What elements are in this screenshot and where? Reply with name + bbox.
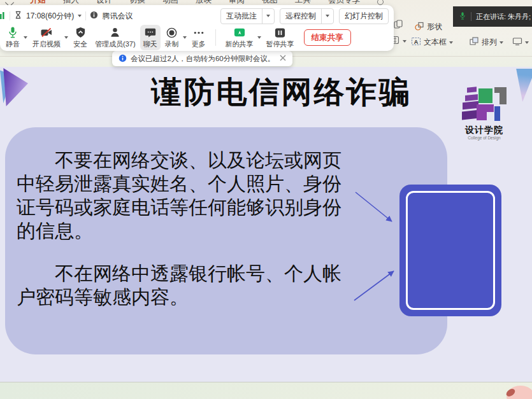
textbox-button[interactable]: A 文本框 (411, 36, 453, 48)
chevron-down-icon[interactable] (257, 25, 262, 50)
meeting-duration: 17:08(60分钟) (26, 11, 74, 22)
pause-share-button[interactable]: 暂停共享 (263, 25, 298, 50)
svg-text:A: A (414, 39, 419, 45)
members-icon (109, 26, 121, 39)
monitor-icon (512, 36, 522, 48)
speaking-banner: 正在讲话: 朱丹丹; (453, 6, 532, 27)
divider (471, 12, 471, 21)
info-icon[interactable] (90, 11, 98, 21)
record-button[interactable]: 录制 (162, 25, 182, 50)
button-label: 管理成员(37) (95, 39, 136, 49)
chevron-down-icon[interactable] (23, 25, 28, 50)
button-label: 新的共享 (226, 39, 254, 49)
screen: 开始插入设计切换动画放映审阅视图工具会员专享 形状 A 文本框 排列 (0, 0, 532, 399)
slide-body-text: 不要在网络交谈、以及论坛或网页中轻易泄露真实姓名、个人照片、身份证号码或家庭电话… (17, 148, 343, 309)
button-label: 更多 (192, 39, 206, 49)
logo-subtitle: College of Design (457, 136, 511, 140)
slide-control-label: 幻灯片控制 (340, 9, 388, 24)
arrange-label: 排列 (482, 37, 497, 48)
hourglass-icon (14, 11, 22, 21)
chevron-down-icon[interactable] (64, 25, 69, 50)
button-label: 暂停共享 (266, 39, 294, 49)
college-logo: 设计学院 College of Design (459, 84, 512, 148)
arrange-button[interactable]: 排列 (469, 36, 503, 48)
image-placeholder-card (399, 185, 501, 316)
share-screen-icon (233, 26, 246, 39)
record-icon (166, 26, 178, 39)
members-button[interactable]: 管理成员(37) (92, 25, 139, 50)
annotation-button[interactable]: 互动批注 (220, 8, 275, 24)
chevron-down-icon[interactable] (182, 25, 187, 50)
end-share-button[interactable]: 结束共享 (304, 29, 351, 46)
arrange-icon (469, 36, 479, 48)
button-label: 开启视频 (32, 39, 61, 49)
microphone-icon (7, 26, 18, 39)
network-signal-icon (0, 11, 6, 22)
toolbar-buttons: 静音开启视频安全管理成员(37)聊天录制更多新的共享暂停共享结束共享 (3, 25, 391, 50)
slide-control-button[interactable]: 幻灯片控制 (339, 8, 389, 24)
format-painter-button[interactable] (393, 19, 403, 31)
remote-control-button[interactable]: 远程控制 (280, 8, 334, 24)
slide-title: 谨防电信网络诈骗 (0, 72, 532, 113)
info-blue-icon (119, 54, 127, 64)
chevron-down-icon[interactable] (321, 9, 333, 24)
search-icon[interactable] (377, 0, 384, 5)
shapes-label: 形状 (427, 22, 442, 32)
paragraph-1: 不要在网络交谈、以及论坛或网页中轻易泄露真实姓名、个人照片、身份证号码或家庭电话… (17, 148, 343, 242)
camera-off-icon (40, 26, 53, 39)
annotation-label: 互动批注 (221, 9, 262, 24)
chevron-down-icon (500, 41, 503, 44)
divider (10, 11, 10, 20)
meeting-notification: 会议已超过2人，自动转为60分钟限时会议。 (112, 51, 292, 66)
shield-button[interactable]: 安全 (70, 25, 90, 50)
copy-style-icon (393, 19, 403, 31)
app-name: 腾讯会议 (102, 11, 133, 22)
more-button[interactable]: 更多 (189, 25, 209, 50)
slide-show-button[interactable] (512, 36, 529, 48)
divider (215, 29, 216, 46)
logo-title: 设计学院 (457, 125, 511, 136)
paragraph-2: 不在网络中透露银行帐号、个人帐户密码等敏感内容。 (17, 262, 343, 309)
chevron-down-icon[interactable] (78, 15, 82, 17)
desktop-strip (0, 382, 532, 399)
close-icon[interactable] (280, 55, 286, 62)
chat-icon (144, 26, 157, 39)
microphone-icon (459, 11, 466, 22)
remote-control-label: 远程控制 (280, 9, 321, 24)
shield-icon (75, 26, 87, 39)
card-inner-border (406, 191, 495, 310)
pause-share-icon (274, 26, 286, 39)
microphone-button[interactable]: 静音 (3, 25, 23, 50)
meeting-toolbar: 17:08(60分钟) 腾讯会议 互动批注 远程控制 幻灯片控制 (0, 5, 394, 51)
shapes-icon (414, 21, 424, 33)
chevron-down-icon (525, 41, 529, 44)
chevron-down-icon[interactable] (262, 9, 274, 24)
textbox-label: 文本框 (424, 37, 447, 48)
chat-button[interactable]: 聊天 (140, 25, 161, 50)
shapes-button[interactable]: 形状 (414, 21, 442, 33)
chevron-down-icon (403, 40, 406, 43)
divider (85, 11, 86, 20)
shared-slide: 谨防电信网络诈骗 不要在网络交谈、以及论坛或网页中轻易泄露真实姓名、个人照片、身… (0, 67, 532, 382)
button-label: 静音 (6, 39, 20, 49)
speaking-text: 正在讲话: 朱丹丹; (476, 12, 531, 22)
textbox-icon: A (411, 36, 421, 48)
notification-text: 会议已超过2人，自动转为60分钟限时会议。 (131, 54, 275, 64)
more-icon (192, 26, 205, 39)
button-label: 安全 (73, 39, 87, 49)
share-screen-button[interactable]: 新的共享 (222, 25, 257, 50)
chevron-down-icon (449, 41, 453, 44)
button-label: 聊天 (143, 39, 157, 49)
camera-off-button[interactable]: 开启视频 (29, 25, 64, 50)
button-label: 录制 (165, 39, 179, 49)
